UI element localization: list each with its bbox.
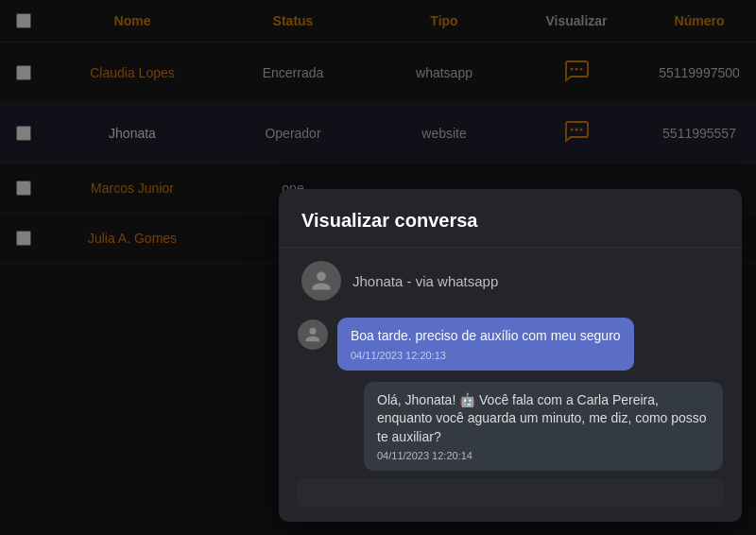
- visualizar-conversa-modal: Visualizar conversa Jhonata - via whatsa…: [279, 189, 742, 522]
- message-row-incoming: Boa tarde. preciso de auxílio com meu se…: [298, 318, 723, 371]
- message-text: Boa tarde. preciso de auxílio com meu se…: [351, 327, 621, 346]
- message-time: 04/11/2023 12:20:13: [351, 350, 621, 361]
- messages-area: Boa tarde. preciso de auxílio com meu se…: [279, 310, 742, 478]
- message-text: Olá, Jhonata! 🤖 Você fala com a Carla Pe…: [377, 391, 710, 447]
- contact-name-label: Jhonata - via whatsapp: [352, 273, 498, 289]
- user-icon: [310, 269, 333, 292]
- modal-header: Visualizar conversa: [279, 189, 742, 248]
- message-time: 04/11/2023 12:20:14: [377, 450, 710, 461]
- message-bubble-incoming: Boa tarde. preciso de auxílio com meu se…: [337, 318, 634, 371]
- modal-title: Visualizar conversa: [301, 210, 719, 232]
- truncated-message-hint: [298, 478, 723, 507]
- message-avatar: [298, 319, 328, 350]
- modal-contact-row: Jhonata - via whatsapp: [279, 248, 742, 310]
- contact-avatar: [301, 261, 341, 301]
- user-icon: [304, 326, 321, 343]
- message-row-outgoing: Olá, Jhonata! 🤖 Você fala com a Carla Pe…: [298, 382, 723, 472]
- message-bubble-outgoing: Olá, Jhonata! 🤖 Você fala com a Carla Pe…: [364, 382, 723, 472]
